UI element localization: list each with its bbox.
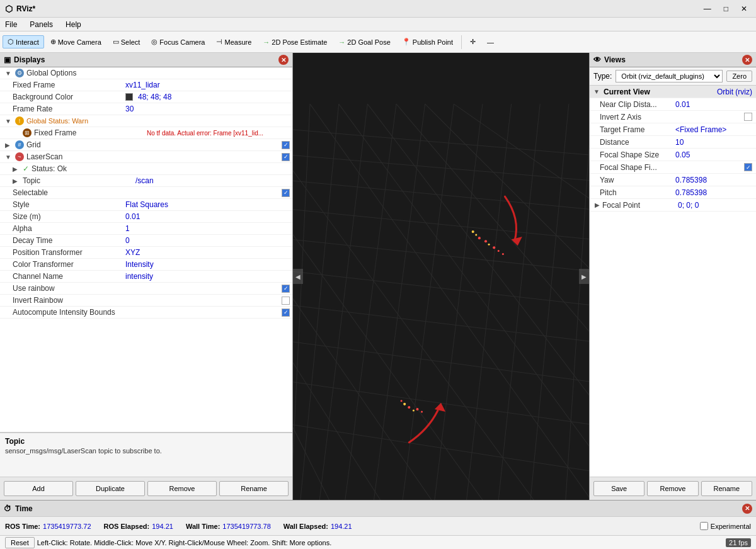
views-save-button[interactable]: Save: [593, 481, 644, 496]
invert-rainbow-checkbox[interactable]: [282, 297, 290, 305]
focal-point-row[interactable]: ▶ Focal Point 0; 0; 0: [590, 199, 756, 212]
background-color-row[interactable]: Background Color 48; 48; 48: [0, 91, 292, 103]
topic-label: Topic: [23, 176, 133, 185]
use-rainbow-row[interactable]: Use rainbow ✓: [0, 283, 292, 295]
camera-icon: ⊕: [50, 38, 56, 46]
laser-expand[interactable]: ▼: [5, 154, 13, 161]
toolbar-interact[interactable]: ⬡ Interact: [3, 35, 44, 48]
viewport-nav-right[interactable]: ▶: [579, 269, 589, 284]
time-title: Time: [15, 504, 33, 513]
toolbar-focus-camera[interactable]: ◎ Focus Camera: [146, 35, 210, 48]
autocompute-row[interactable]: Autocompute Intensity Bounds ✓: [0, 307, 292, 319]
use-rainbow-label: Use rainbow: [13, 284, 123, 293]
rename-button[interactable]: Rename: [219, 481, 289, 496]
invert-rainbow-row[interactable]: Invert Rainbow: [0, 295, 292, 307]
laser-scan-row[interactable]: ▼ ~ LaserScan ✓: [0, 151, 292, 163]
views-remove-button[interactable]: Remove: [647, 481, 698, 496]
toolbar-2d-pose[interactable]: → 2D Pose Estimate: [258, 36, 332, 48]
toolbar-extra[interactable]: ✛: [465, 35, 481, 48]
decay-time-row[interactable]: Decay Time 0: [0, 235, 292, 247]
menu-panels[interactable]: Panels: [27, 19, 55, 30]
current-view-expand[interactable]: ▼: [593, 88, 601, 95]
grid-expand[interactable]: ▶: [5, 142, 13, 149]
size-row[interactable]: Size (m) 0.01: [0, 211, 292, 223]
time-close-button[interactable]: ✕: [742, 504, 752, 514]
focal-shape-fi-checkbox[interactable]: ✓: [744, 163, 752, 171]
toolbar-publish-point[interactable]: 📍 Publish Point: [397, 35, 458, 48]
global-options-expand[interactable]: ▼: [5, 70, 13, 77]
fixed-frame-row[interactable]: Fixed Frame xv11_lidar: [0, 79, 292, 91]
ok-icon: ✓: [23, 164, 29, 173]
status-expand[interactable]: ▶: [13, 166, 20, 173]
topic-row[interactable]: ▶ Topic /scan: [0, 175, 292, 187]
alpha-row[interactable]: Alpha 1: [0, 223, 292, 235]
focal-shape-fi-row[interactable]: Focal Shape Fi... ✓: [590, 161, 756, 174]
selectable-label: Selectable: [13, 188, 123, 197]
global-options-label: Global Options: [26, 69, 137, 77]
color-transformer-row[interactable]: Color Transformer Intensity: [0, 259, 292, 271]
status-ok-row[interactable]: ▶ ✓ Status: Ok: [0, 163, 292, 175]
position-transformer-row[interactable]: Position Transformer XYZ: [0, 247, 292, 259]
global-status-label: Global Status: Warn: [26, 117, 137, 125]
menu-file[interactable]: File: [3, 19, 20, 30]
frame-rate-row[interactable]: Frame Rate 30: [0, 103, 292, 115]
displays-header: ▣ Displays ✕: [0, 53, 292, 67]
toolbar-select[interactable]: ▭ Select: [108, 35, 146, 48]
distance-row[interactable]: Distance 10: [590, 136, 756, 149]
focal-shape-size-row[interactable]: Focal Shape Size 0.05: [590, 149, 756, 161]
grid-row[interactable]: ▶ # Grid ✓: [0, 139, 292, 151]
global-options-row[interactable]: ▼ ⚙ Global Options: [0, 67, 292, 79]
wall-time-group: Wall Time: 1735419773.78: [186, 523, 271, 530]
toolbar-extra2[interactable]: —: [482, 36, 499, 48]
experimental-label[interactable]: Experimental: [700, 522, 751, 530]
close-button[interactable]: ✕: [737, 3, 751, 14]
svg-point-44: [421, 411, 423, 413]
svg-point-38: [475, 234, 477, 236]
remove-button[interactable]: Remove: [147, 481, 217, 496]
size-label: Size (m): [13, 212, 123, 221]
menu-help[interactable]: Help: [63, 19, 84, 30]
near-clip-row[interactable]: Near Clip Dista... 0.01: [590, 98, 756, 111]
duplicate-button[interactable]: Duplicate: [76, 481, 145, 496]
channel-name-row[interactable]: Channel Name intensity: [0, 271, 292, 283]
views-rename-button[interactable]: Rename: [701, 481, 752, 496]
add-button[interactable]: Add: [4, 481, 73, 496]
views-close-button[interactable]: ✕: [742, 55, 752, 65]
status-left: Reset Left-Click: Rotate. Middle-Click: …: [5, 537, 331, 548]
reset-button[interactable]: Reset: [5, 537, 35, 548]
target-frame-row[interactable]: Target Frame <Fixed Frame>: [590, 123, 756, 136]
svg-point-40: [502, 253, 504, 255]
toolbar-move-camera[interactable]: ⊕ Move Camera: [45, 35, 106, 48]
minimize-button[interactable]: —: [700, 3, 715, 14]
displays-close-button[interactable]: ✕: [278, 55, 289, 65]
topic-expand[interactable]: ▶: [13, 178, 20, 184]
pitch-row[interactable]: Pitch 0.785398: [590, 186, 756, 199]
use-rainbow-checkbox[interactable]: ✓: [282, 285, 290, 293]
toolbar-2d-goal[interactable]: → 2D Goal Pose: [333, 36, 395, 48]
global-status-row[interactable]: ▼ ! Global Status: Warn: [0, 115, 292, 127]
invert-z-row[interactable]: Invert Z Axis: [590, 111, 756, 123]
yaw-row[interactable]: Yaw 0.785398: [590, 174, 756, 186]
selectable-checkbox[interactable]: ✓: [282, 189, 290, 197]
toolbar-measure[interactable]: ⊣ Measure: [211, 35, 256, 48]
experimental-checkbox[interactable]: [700, 522, 708, 530]
fixed-frame-warn-row[interactable]: ⊞ Fixed Frame No tf data. Actual error: …: [0, 127, 292, 139]
zero-button[interactable]: Zero: [726, 71, 752, 82]
views-type-select[interactable]: Orbit (rviz_default_plugins): [616, 70, 723, 82]
warn-icon: !: [15, 116, 24, 125]
maximize-button[interactable]: □: [720, 3, 732, 14]
focus-icon: ◎: [151, 38, 158, 46]
autocompute-checkbox[interactable]: ✓: [282, 308, 290, 317]
displays-panel: ▣ Displays ✕ ▼ ⚙ Global Options Fixed Fr…: [0, 53, 293, 500]
viewport[interactable]: ◀ ▶: [293, 53, 589, 500]
selectable-row[interactable]: Selectable ✓: [0, 187, 292, 199]
invert-z-checkbox[interactable]: [744, 113, 752, 121]
current-view-section[interactable]: ▼ Current View Orbit (rviz): [590, 86, 756, 98]
laser-checkbox[interactable]: ✓: [282, 153, 290, 161]
viewport-nav-left[interactable]: ◀: [293, 269, 303, 284]
global-status-expand[interactable]: ▼: [5, 118, 13, 125]
color-transformer-value: Intensity: [125, 260, 290, 269]
grid-checkbox[interactable]: ✓: [282, 141, 290, 149]
style-row[interactable]: Style Flat Squares: [0, 199, 292, 211]
focal-point-expand[interactable]: ▶: [595, 201, 602, 208]
